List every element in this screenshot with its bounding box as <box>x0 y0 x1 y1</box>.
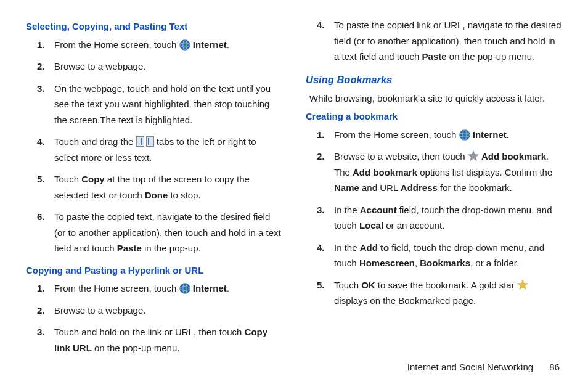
bookmarks-intro: While browsing, bookmark a site to quick… <box>309 91 562 107</box>
steps-copy-url: From the Home screen, touch Internet. Br… <box>26 280 282 356</box>
list-item: Browse to a website, then touch Add book… <box>334 149 562 196</box>
star-gold-icon <box>517 279 528 290</box>
steps-selecting: From the Home screen, touch Internet. Br… <box>26 37 282 256</box>
left-column: Selecting, Copying, and Pasting Text Fro… <box>26 17 282 362</box>
svg-point-3 <box>179 284 190 294</box>
svg-point-0 <box>179 39 190 50</box>
list-item: To paste the copied link or URL, navigat… <box>334 17 562 65</box>
list-item: From the Home screen, touch Internet. <box>54 280 282 296</box>
list-item: Browse to a webpage. <box>54 59 282 75</box>
list-item: From the Home screen, touch Internet. <box>54 37 282 53</box>
selection-handle-icon <box>136 136 154 147</box>
list-item: From the Home screen, touch Internet. <box>334 127 562 143</box>
svg-point-6 <box>459 129 470 140</box>
globe-icon <box>459 129 470 141</box>
list-item: Browse to a webpage. <box>54 303 282 319</box>
steps-copy-url-cont: To paste the copied link or URL, navigat… <box>306 17 562 65</box>
list-item: On the webpage, touch and hold on the te… <box>54 81 282 128</box>
page-footer: Internet and Social Networking 86 <box>407 362 560 372</box>
section-name: Internet and Social Networking <box>407 362 533 372</box>
globe-icon <box>179 39 190 51</box>
list-item: To paste the copied text, navigate to th… <box>54 209 282 256</box>
list-item: Touch Copy at the top of the screen to c… <box>54 171 282 203</box>
page-number: 86 <box>549 362 560 372</box>
list-item: In the Account field, touch the drop-dow… <box>334 202 562 234</box>
heading-using-bookmarks: Using Bookmarks <box>306 71 562 88</box>
svg-marker-10 <box>518 280 528 289</box>
right-column: To paste the copied link or URL, navigat… <box>306 17 562 362</box>
list-item: Touch and hold on the link or URL, then … <box>54 324 282 356</box>
list-item: Touch and drag the tabs to the left or r… <box>54 134 282 165</box>
list-item: In the Add to field, touch the drop-down… <box>334 240 562 271</box>
star-icon <box>468 150 479 161</box>
heading-copy-url: Copying and Pasting a Hyperlink or URL <box>26 263 282 279</box>
globe-icon <box>179 283 190 294</box>
heading-creating-bookmark: Creating a bookmark <box>306 108 562 125</box>
steps-create-bookmark: From the Home screen, touch Internet. Br… <box>306 127 562 309</box>
list-item: Touch OK to save the bookmark. A gold st… <box>334 277 562 309</box>
heading-selecting: Selecting, Copying, and Pasting Text <box>26 18 282 35</box>
svg-marker-9 <box>468 151 478 160</box>
